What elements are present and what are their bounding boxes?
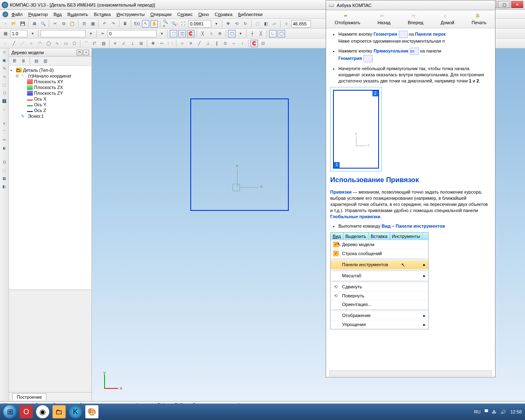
sketch-rect[interactable] bbox=[190, 98, 289, 211]
props-icon[interactable]: ☰ bbox=[80, 20, 88, 27]
calc-icon[interactable]: 🖩 bbox=[121, 20, 129, 27]
persp-icon[interactable]: ▱ bbox=[271, 20, 278, 27]
coord-ic[interactable]: ⊹ bbox=[283, 20, 290, 27]
dim-b-icon[interactable]: ⊹ bbox=[208, 30, 215, 37]
net-icon[interactable]: 🖧 bbox=[492, 409, 496, 414]
menu-service[interactable]: Сервис bbox=[175, 11, 195, 18]
opera-icon[interactable]: O bbox=[20, 405, 33, 418]
magnet-icon[interactable]: 🧲 bbox=[251, 40, 258, 47]
zoom-in-icon[interactable]: 🔍+ bbox=[162, 20, 170, 27]
tree-pzx[interactable]: Плоскость ZX bbox=[34, 85, 63, 90]
menu-view[interactable]: Вид bbox=[51, 11, 64, 18]
vt-p-icon[interactable]: ◧ bbox=[1, 185, 8, 191]
ext-icon[interactable]: ⊡ bbox=[259, 40, 267, 47]
var-icon[interactable]: f(x) bbox=[133, 20, 141, 27]
point-icon[interactable]: · bbox=[2, 40, 9, 47]
zoom-out-icon[interactable]: 🔍- bbox=[171, 20, 178, 27]
kompas-tb-icon[interactable]: K bbox=[69, 405, 82, 418]
vt-b-icon[interactable]: ▣ bbox=[1, 58, 8, 65]
zoom-dd-icon[interactable]: ▾ bbox=[212, 20, 220, 27]
vt-j-icon[interactable]: ⌒ bbox=[1, 130, 8, 136]
scale-dd[interactable]: ▾ bbox=[29, 30, 36, 37]
tree-tb-b-icon[interactable]: ≣ bbox=[20, 57, 27, 65]
flag-icon[interactable]: ▀ bbox=[485, 409, 488, 414]
help-scroll-h[interactable] bbox=[329, 370, 492, 376]
proj-icon[interactable]: ⊥ bbox=[129, 40, 136, 47]
open-icon[interactable]: 📂 bbox=[10, 20, 18, 27]
assemble-icon[interactable]: ⊞ bbox=[137, 40, 145, 47]
hand-icon[interactable]: ✋ bbox=[151, 20, 158, 27]
shade-icon[interactable]: ◧ bbox=[262, 20, 269, 27]
poly-icon[interactable]: ⬠ bbox=[71, 40, 78, 47]
new-icon[interactable]: ▫ bbox=[2, 20, 9, 27]
orient-icon[interactable]: ↻ bbox=[242, 20, 249, 27]
spline-icon[interactable]: ∿ bbox=[53, 40, 61, 47]
vt-d-icon[interactable]: ∿ bbox=[1, 75, 8, 81]
tog-a-icon[interactable]: ▢ bbox=[228, 30, 235, 37]
circle-icon[interactable]: ○ bbox=[27, 40, 35, 47]
clock[interactable]: 12:58 bbox=[510, 409, 522, 414]
aux-line-icon[interactable]: ⋰ bbox=[19, 40, 26, 47]
ortho-icon[interactable]: ∟ bbox=[269, 30, 276, 37]
tool-b-icon[interactable]: ▦ bbox=[89, 20, 96, 27]
preview-icon[interactable]: 🔍 bbox=[39, 20, 47, 27]
vt-g-icon[interactable]: 🅰 bbox=[1, 99, 8, 106]
snap2-icon[interactable]: ╳ bbox=[257, 30, 265, 37]
help-home-button[interactable]: ⌂Домой bbox=[441, 13, 454, 25]
help-show-button[interactable]: ⬌Отображать bbox=[335, 13, 360, 25]
constr-d-icon[interactable]: ∥ bbox=[213, 40, 220, 47]
constr-e-icon[interactable]: ⊙ bbox=[221, 40, 229, 47]
dim-c-icon[interactable]: ⊕ bbox=[216, 30, 224, 37]
tree-close-icon[interactable]: × bbox=[83, 50, 89, 55]
tree-tb-d-icon[interactable]: ▥ bbox=[41, 57, 49, 65]
vt-e-icon[interactable]: ⬚ bbox=[1, 83, 8, 89]
wire-icon[interactable]: ⬚ bbox=[253, 20, 261, 27]
zoom-input[interactable] bbox=[188, 20, 211, 27]
scale-input[interactable] bbox=[10, 30, 27, 37]
grid-icon[interactable]: ▦ bbox=[2, 30, 9, 37]
fillet-icon[interactable]: ⌒ bbox=[82, 40, 90, 47]
vt-h-icon[interactable]: ↔ bbox=[1, 107, 8, 114]
cursor-icon[interactable]: ↖ bbox=[142, 20, 149, 27]
menu-help[interactable]: Справка bbox=[212, 11, 235, 18]
help-back-button[interactable]: ⇦Назад bbox=[377, 13, 390, 25]
zoom-fit-icon[interactable]: ⛶ bbox=[180, 20, 187, 27]
menu-ops[interactable]: Операции bbox=[148, 11, 174, 18]
rotate-icon[interactable]: ⟲ bbox=[233, 20, 240, 27]
tree-tb-c-icon[interactable]: ▤ bbox=[32, 57, 40, 65]
lang-indicator[interactable]: RU bbox=[474, 409, 481, 414]
menu-select[interactable]: Выделить bbox=[65, 11, 91, 18]
rect-icon[interactable]: ▭ bbox=[62, 40, 69, 47]
layer-input[interactable] bbox=[41, 30, 86, 37]
print-icon[interactable]: 🖶 bbox=[31, 20, 38, 27]
paste-icon[interactable]: 📋 bbox=[68, 20, 76, 27]
constr-c-icon[interactable]: ⊥ bbox=[204, 40, 212, 47]
redo-icon[interactable]: ↷ bbox=[110, 20, 117, 27]
chrome-icon[interactable]: ◉ bbox=[36, 405, 49, 418]
tree-pxy[interactable]: Плоскость XY bbox=[34, 79, 63, 84]
tree-pzy[interactable]: Плоскость ZY bbox=[34, 91, 63, 96]
snap-a-icon[interactable]: ⬚ bbox=[170, 30, 177, 37]
tree-ox[interactable]: Ось X bbox=[34, 96, 46, 101]
pan-icon[interactable]: ✥ bbox=[224, 20, 232, 27]
menu-file[interactable]: Файл bbox=[9, 11, 25, 18]
menu-edit[interactable]: Редактор bbox=[26, 11, 50, 18]
constr-f-icon[interactable]: ↔ bbox=[230, 40, 237, 47]
round-icon[interactable]: ◯ bbox=[278, 30, 285, 37]
vt-a-icon[interactable]: ◇ bbox=[1, 50, 8, 57]
coord-input[interactable] bbox=[291, 20, 311, 27]
save-icon[interactable]: 💾 bbox=[19, 20, 26, 27]
val2-input[interactable] bbox=[107, 30, 157, 37]
line-icon[interactable]: ╱ bbox=[10, 40, 18, 47]
pattern-icon[interactable]: ⋮⋮ bbox=[167, 40, 174, 47]
ellipse-icon[interactable]: ◯ bbox=[45, 40, 52, 47]
start-button[interactable]: ⊞ bbox=[3, 405, 16, 418]
tree-origin[interactable]: (т)Начало координат bbox=[28, 73, 71, 78]
vt-m-icon[interactable]: ⊡ bbox=[1, 160, 8, 167]
csys-icon[interactable]: ⊹ bbox=[178, 40, 186, 47]
help-body[interactable]: Нажмите кнопку Геометрия на Панели перек… bbox=[326, 28, 495, 377]
tree-oz[interactable]: Ось Z bbox=[34, 108, 46, 113]
dim-a-icon[interactable]: ╳ bbox=[199, 30, 206, 37]
help-fwd-button[interactable]: ⇨Вперед bbox=[408, 13, 423, 25]
eq-icon[interactable]: ≡ bbox=[112, 40, 119, 47]
